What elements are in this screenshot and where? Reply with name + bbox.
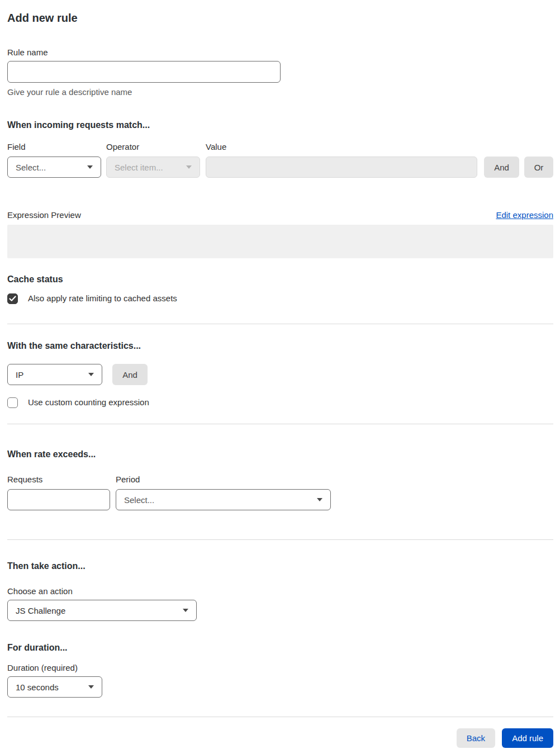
counting-expression-row: Use custom counting expression bbox=[7, 397, 553, 408]
chevron-down-icon bbox=[88, 685, 94, 689]
expression-preview-label: Expression Preview bbox=[7, 210, 81, 221]
and-button[interactable]: And bbox=[484, 157, 519, 178]
characteristic-and-button[interactable]: And bbox=[112, 364, 148, 385]
characteristic-select-value: IP bbox=[16, 370, 23, 380]
period-select[interactable]: Select... bbox=[116, 489, 331, 510]
requests-label: Requests bbox=[7, 474, 110, 485]
rule-name-label: Rule name bbox=[7, 48, 48, 57]
cached-assets-label: Also apply rate limiting to cached asset… bbox=[28, 293, 177, 304]
operator-select-value: Select item... bbox=[115, 163, 163, 172]
duration-heading: For duration... bbox=[7, 642, 553, 654]
duration-select-value: 10 seconds bbox=[16, 682, 59, 692]
field-label: Field bbox=[7, 141, 101, 153]
operator-label: Operator bbox=[106, 141, 200, 153]
characteristics-heading: With the same characteristics... bbox=[7, 340, 553, 352]
chevron-down-icon bbox=[317, 498, 322, 501]
operator-group: Operator Select item... bbox=[106, 141, 200, 178]
value-input bbox=[206, 157, 477, 178]
expression-header: Expression Preview Edit expression bbox=[7, 209, 553, 221]
period-group: Period Select... bbox=[116, 474, 331, 510]
chevron-down-icon bbox=[87, 165, 93, 169]
operator-select: Select item... bbox=[106, 157, 200, 178]
field-select-value: Select... bbox=[16, 163, 46, 172]
edit-expression-link[interactable]: Edit expression bbox=[496, 209, 553, 221]
characteristic-select[interactable]: IP bbox=[7, 364, 102, 385]
action-select[interactable]: JS Challenge bbox=[7, 600, 197, 621]
cached-assets-checkbox[interactable] bbox=[7, 293, 18, 304]
period-select-value: Select... bbox=[124, 495, 154, 505]
add-rule-button[interactable]: Add rule bbox=[502, 728, 553, 748]
or-button[interactable]: Or bbox=[524, 157, 553, 178]
divider bbox=[7, 717, 553, 717]
divider bbox=[7, 539, 553, 540]
action-heading: Then take action... bbox=[7, 560, 553, 572]
value-group: Value bbox=[206, 141, 477, 178]
duration-select[interactable]: 10 seconds bbox=[7, 676, 102, 698]
action-select-value: JS Challenge bbox=[16, 606, 65, 615]
expression-preview-box bbox=[7, 225, 553, 258]
choose-action-label: Choose an action bbox=[7, 586, 553, 597]
divider bbox=[7, 324, 553, 324]
chevron-down-icon bbox=[183, 609, 188, 612]
divider bbox=[7, 424, 553, 424]
duration-label: Duration (required) bbox=[7, 662, 553, 674]
rate-heading: When rate exceeds... bbox=[7, 448, 553, 461]
period-label: Period bbox=[116, 474, 331, 485]
field-group: Field Select... bbox=[7, 141, 101, 178]
custom-counting-checkbox[interactable] bbox=[7, 397, 18, 408]
requests-input[interactable] bbox=[7, 489, 110, 510]
page-title: Add new rule bbox=[7, 10, 553, 26]
rule-name-section: Rule name Give your rule a descriptive n… bbox=[7, 47, 553, 98]
chevron-down-icon bbox=[88, 373, 94, 376]
rule-name-input[interactable] bbox=[7, 61, 281, 83]
chevron-down-icon bbox=[186, 165, 192, 169]
match-section-heading: When incoming requests match... bbox=[7, 119, 553, 131]
back-button[interactable]: Back bbox=[457, 728, 495, 748]
check-icon bbox=[9, 296, 16, 302]
cache-checkbox-row: Also apply rate limiting to cached asset… bbox=[7, 293, 553, 304]
cache-status-heading: Cache status bbox=[7, 273, 553, 286]
value-label: Value bbox=[206, 141, 477, 153]
footer-actions: Back Add rule bbox=[7, 728, 553, 748]
requests-group: Requests bbox=[7, 474, 110, 510]
rule-name-helper: Give your rule a descriptive name bbox=[7, 87, 553, 98]
custom-counting-label: Use custom counting expression bbox=[28, 397, 149, 408]
field-select[interactable]: Select... bbox=[7, 157, 101, 178]
